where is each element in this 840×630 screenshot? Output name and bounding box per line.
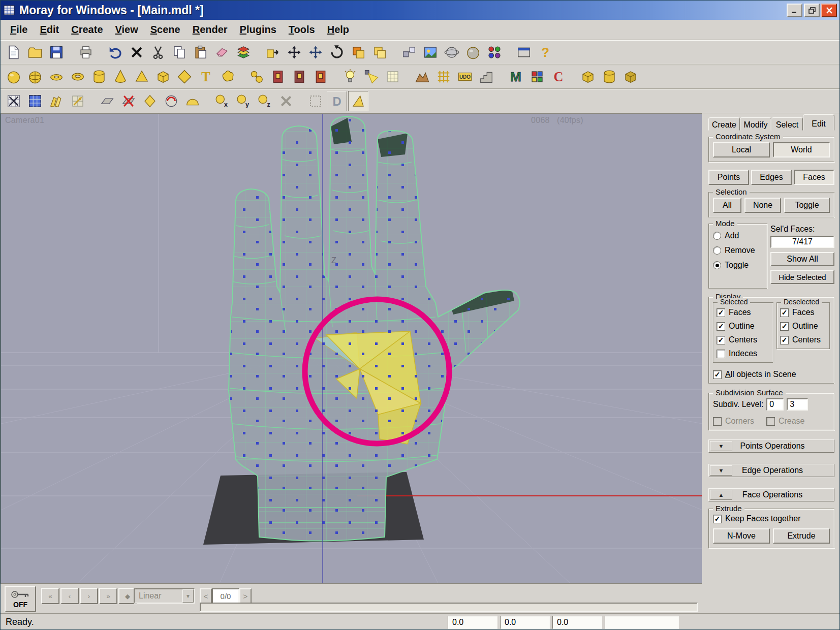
marquee-button[interactable] [305,91,326,111]
face-operations-bar[interactable]: ▲ Face Operations [708,488,834,501]
cylinder-2-button[interactable] [599,67,619,87]
face-normal-button[interactable] [140,91,160,111]
deform-button[interactable] [327,91,347,111]
mode-remove-option[interactable]: Remove [713,246,763,255]
extrude-button[interactable]: Extrude [773,528,830,544]
delete-button[interactable] [127,42,147,62]
menu-create[interactable]: Create [66,21,108,38]
world-button[interactable]: World [773,142,830,158]
deselected-faces-checkbox[interactable] [780,308,789,317]
csg-union-button[interactable] [268,67,288,87]
menu-render[interactable]: Render [187,21,233,38]
selected-outline-checkbox[interactable] [717,322,725,331]
restore-button[interactable] [804,4,820,17]
frame-prev-button[interactable]: < [200,588,212,604]
menu-view[interactable]: View [110,21,144,38]
mechsim-button[interactable] [506,67,526,87]
sor-button[interactable] [174,67,195,87]
all-objects-option[interactable]: All objects in Scene [713,370,830,379]
constrain-z-button[interactable] [255,91,275,111]
n-move-button[interactable]: N-Move [713,528,770,544]
remove-radio[interactable] [713,246,721,255]
udo-button[interactable] [455,67,475,87]
selected-faces-option[interactable]: Faces [717,308,770,317]
interpolation-combo[interactable]: Linear ▼ [134,588,195,604]
prev-key-button[interactable]: ‹ [60,588,79,604]
shaded-view-button[interactable] [463,42,483,62]
hide-selected-button[interactable]: Hide Selected [770,270,834,284]
selected-faces-checkbox[interactable] [717,308,725,317]
keep-faces-option[interactable]: Keep Faces together [713,514,830,523]
snap-angle-button[interactable] [68,91,88,111]
selected-centers-option[interactable]: Centers [717,335,770,344]
minimize-button[interactable] [787,4,802,17]
print-button[interactable] [76,42,96,62]
faces-button[interactable]: Faces [794,170,834,185]
triangle-select-button[interactable] [348,91,368,111]
export-button[interactable] [263,42,283,62]
curve-button[interactable] [548,67,569,87]
tab-select[interactable]: Select [771,117,803,131]
disc-button[interactable] [46,67,67,87]
delete-face-button[interactable] [118,91,139,111]
plane-button[interactable] [97,91,117,111]
selected-indeces-option[interactable]: Indeces [717,349,770,358]
render-preview-button[interactable] [420,42,441,62]
points-operations-arrow-icon[interactable]: ▼ [710,441,732,451]
combo-dropdown-icon[interactable]: ▼ [182,589,194,603]
edge-operations-arrow-icon[interactable]: ▼ [710,465,732,476]
frame-field[interactable]: 0/0 [212,588,239,604]
new-button[interactable] [4,42,24,62]
select-all-button[interactable]: All [713,198,741,213]
menu-tools[interactable]: Tools [283,21,321,38]
points-operations-bar[interactable]: ▼ Points Operations [708,439,834,453]
materials-button[interactable] [484,42,505,62]
blob-button[interactable] [217,67,237,87]
snap-grid-button[interactable] [4,91,24,111]
edges-button[interactable]: Edges [751,170,792,185]
point-light-button[interactable] [340,67,360,87]
constrain-y-button[interactable] [233,91,254,111]
cone-button[interactable] [110,67,131,87]
area-light-button[interactable] [383,67,403,87]
select-none-button[interactable]: None [744,198,781,213]
keep-faces-checkbox[interactable] [713,515,722,523]
show-all-button[interactable]: Show All [770,252,834,266]
copy-button[interactable] [169,42,190,62]
mode-add-option[interactable]: Add [713,231,763,240]
dialog-button[interactable] [514,42,534,62]
hand-model[interactable] [229,116,520,541]
help-button[interactable] [535,42,555,62]
selected-outline-option[interactable]: Outline [717,322,770,331]
keyframe-mode-button[interactable]: OFF [5,586,36,612]
all-objects-checkbox[interactable] [713,370,722,379]
constrain-x-button[interactable] [212,91,232,111]
edge-operations-bar[interactable]: ▼ Edge Operations [708,464,834,477]
tab-modify[interactable]: Modify [740,117,771,131]
last-key-button[interactable]: » [99,588,117,604]
box-button[interactable] [153,67,173,87]
subdiv-level-input[interactable] [766,398,784,411]
tab-edit[interactable]: Edit [803,114,834,131]
menu-edit[interactable]: Edit [34,21,65,38]
tab-create[interactable]: Create [708,117,740,131]
close-button[interactable] [821,4,837,17]
csg-difference-button[interactable] [310,67,331,87]
geosphere-button[interactable] [25,67,45,87]
move-tool-button[interactable] [305,42,326,62]
face-operations-arrow-icon[interactable]: ▲ [710,490,732,500]
dome-button[interactable] [182,91,203,111]
mode-toggle-option[interactable]: Toggle [713,261,763,270]
deselected-centers-checkbox[interactable] [780,336,789,344]
open-button[interactable] [25,42,45,62]
translate-tool-button[interactable] [284,42,304,62]
align-tool-button[interactable] [399,42,419,62]
cut-button[interactable] [148,42,168,62]
deselected-outline-option[interactable]: Outline [780,322,826,331]
rotate-tool-button[interactable] [327,42,347,62]
menu-file[interactable]: File [5,21,33,38]
sphere-button[interactable] [4,67,24,87]
points-button[interactable]: Points [708,170,749,185]
first-key-button[interactable]: « [41,588,59,604]
eraser-button[interactable] [212,42,232,62]
